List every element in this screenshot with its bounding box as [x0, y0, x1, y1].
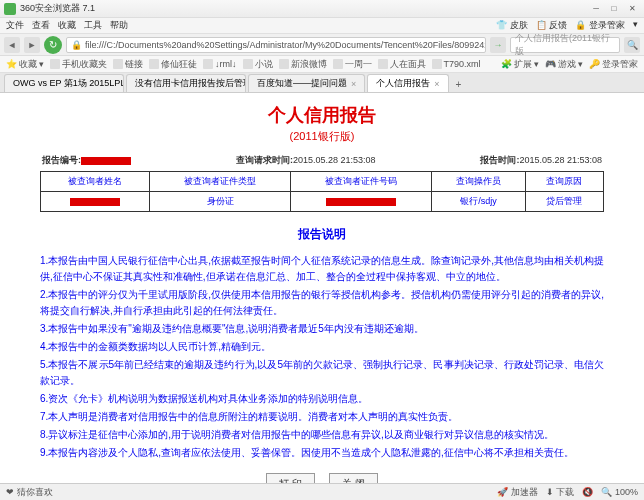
bookmark-xiaoshuo[interactable]: 小说: [243, 58, 273, 71]
reload-button[interactable]: ↻: [44, 36, 62, 54]
info-table: 被查询者姓名 被查询者证件类型 被查询者证件号码 查询操作员 查询原因 身份证 …: [40, 171, 604, 212]
menu-skin[interactable]: 👕 皮肤: [496, 19, 528, 32]
tab-2[interactable]: 没有信用卡信用报告按后管理_百度知...×: [126, 74, 246, 92]
para-1: 1.本报告由中国人民银行征信中心出具,依据截至报告时间个人征信系统记录的信息生成…: [40, 253, 604, 285]
bookmark-login[interactable]: 🔑登录管家: [589, 58, 638, 71]
bookmark-youxi[interactable]: 🎮游戏 ▾: [545, 58, 583, 71]
bookmark-links[interactable]: 链接: [113, 58, 143, 71]
report-subtitle: (2011银行版): [40, 129, 604, 144]
forward-button[interactable]: ►: [24, 37, 40, 53]
th-name: 被查询者姓名: [41, 172, 150, 192]
td-name: [41, 192, 150, 212]
button-row: 打 印 关 闭: [40, 473, 604, 483]
para-5: 5.本报告不展示5年前已经结束的逾期及违约行为,以及5年前的欠款记录、强制执行记…: [40, 357, 604, 389]
bookmark-phone[interactable]: 手机收藏夹: [50, 58, 107, 71]
lock-icon: 🔒: [71, 40, 82, 50]
para-7: 7.本人声明是消费者对信用报告中的信息所附注的精要说明。消费者对本人声明的真实性…: [40, 409, 604, 425]
status-accel[interactable]: 🚀 加速器: [497, 486, 538, 499]
menu-login[interactable]: 🔒 登录管家: [575, 19, 625, 32]
para-4: 4.本报告中的金额类数据均以人民币计算,精确到元。: [40, 339, 604, 355]
bookmark-fav[interactable]: ⭐收藏 ▾: [6, 58, 44, 71]
td-idno: [291, 192, 432, 212]
search-input[interactable]: 个人信用报告(2011银行版: [510, 37, 620, 53]
status-mute-icon[interactable]: 🔇: [582, 487, 593, 497]
th-idtype: 被查询者证件类型: [150, 172, 291, 192]
back-button[interactable]: ◄: [4, 37, 20, 53]
menu-file[interactable]: 文件: [6, 19, 24, 32]
bookmarks-bar: ⭐收藏 ▾ 手机收藏夹 链接 修仙狂徒 ↓rml↓ 小说 新浪微博 一周一 人在…: [0, 56, 644, 73]
status-like[interactable]: ❤ 猜你喜欢: [6, 486, 53, 499]
menu-more-icon[interactable]: ▾: [633, 19, 638, 32]
bookmark-xiuxian[interactable]: 修仙狂徒: [149, 58, 197, 71]
td-idtype: 身份证: [150, 192, 291, 212]
bookmark-yiwang[interactable]: 一周一: [333, 58, 372, 71]
status-bar: ❤ 猜你喜欢 🚀 加速器 ⬇ 下载 🔇 🔍 100%: [0, 483, 644, 500]
url-text: file:///C:/Documents%20and%20Settings/Ad…: [85, 40, 486, 50]
address-bar: ◄ ► ↻ 🔒 file:///C:/Documents%20and%20Set…: [0, 34, 644, 56]
tab-4[interactable]: 个人信用报告×: [367, 74, 448, 92]
menu-feedback[interactable]: 📋 反馈: [536, 19, 568, 32]
menu-fav[interactable]: 收藏: [58, 19, 76, 32]
status-download[interactable]: ⬇ 下载: [546, 486, 575, 499]
menu-view[interactable]: 查看: [32, 19, 50, 32]
app-icon: [4, 3, 16, 15]
para-9: 9.本报告内容涉及个人隐私,查询者应依法使用、妥善保管。因使用不当造成个人隐私泄…: [40, 445, 604, 461]
para-3: 3.本报告中如果没有"逾期及违约信息概要"信息,说明消费者最近5年内没有违期还逾…: [40, 321, 604, 337]
report-meta: 报告编号: 查询请求时间:2015.05.28 21:53:08 报告时间:20…: [40, 154, 604, 167]
menu-help[interactable]: 帮助: [110, 19, 128, 32]
bookmark-renzhi[interactable]: 人在面具: [378, 58, 426, 71]
go-button[interactable]: →: [490, 37, 506, 53]
bookmark-expand[interactable]: 🧩扩展 ▾: [501, 58, 539, 71]
tab-bar: OWG vs EP 第1场 2015LPL夏季赛 6月...× 没有信用卡信用报…: [0, 73, 644, 93]
bookmark-xinlang[interactable]: 新浪微博: [279, 58, 327, 71]
tab-3[interactable]: 百度知道——提问问题×: [248, 74, 365, 92]
bookmark-t790[interactable]: T790.xml: [432, 59, 481, 69]
paragraphs: 1.本报告由中国人民银行征信中心出具,依据截至报告时间个人征信系统记录的信息生成…: [40, 253, 604, 461]
th-idno: 被查询者证件号码: [291, 172, 432, 192]
bookmark-ruml[interactable]: ↓rml↓: [203, 59, 237, 69]
section-title: 报告说明: [40, 226, 604, 243]
maximize-button[interactable]: □: [606, 3, 622, 15]
close-button[interactable]: ✕: [624, 3, 640, 15]
report-title: 个人信用报告: [40, 103, 604, 127]
td-operator: 银行/sdjy: [431, 192, 525, 212]
menu-tools[interactable]: 工具: [84, 19, 102, 32]
url-input[interactable]: 🔒 file:///C:/Documents%20and%20Settings/…: [66, 37, 486, 53]
para-6: 6.资次《允卡》机构说明为数据报送机构对具体业务添加的特别说明信息。: [40, 391, 604, 407]
minimize-button[interactable]: ─: [588, 3, 604, 15]
para-2: 2.本报告中的评分仅为千里试用版阶段,仅供使用本信用报告的银行等授信机构参考。授…: [40, 287, 604, 319]
page-content: 个人信用报告 (2011银行版) 报告编号: 查询请求时间:2015.05.28…: [0, 93, 644, 483]
window-controls: ─ □ ✕: [588, 3, 640, 15]
window-title: 360安全浏览器 7.1: [20, 2, 588, 15]
tab-1[interactable]: OWG vs EP 第1场 2015LPL夏季赛 6月...×: [4, 74, 124, 92]
redacted-number: [81, 157, 131, 165]
close-icon[interactable]: ×: [351, 79, 356, 89]
close-report-button[interactable]: 关 闭: [329, 473, 378, 483]
new-tab-button[interactable]: +: [451, 76, 467, 92]
td-reason: 贷后管理: [525, 192, 603, 212]
th-reason: 查询原因: [525, 172, 603, 192]
search-placeholder: 个人信用报告(2011银行版: [515, 32, 615, 58]
para-8: 8.异议标注是征信中心添加的,用于说明消费者对信用报告中的哪些信息有异议,以及商…: [40, 427, 604, 443]
th-operator: 查询操作员: [431, 172, 525, 192]
status-zoom[interactable]: 🔍 100%: [601, 487, 638, 497]
close-icon[interactable]: ×: [434, 79, 439, 89]
search-button[interactable]: 🔍: [624, 37, 640, 53]
title-bar: 360安全浏览器 7.1 ─ □ ✕: [0, 0, 644, 18]
print-button[interactable]: 打 印: [266, 473, 315, 483]
